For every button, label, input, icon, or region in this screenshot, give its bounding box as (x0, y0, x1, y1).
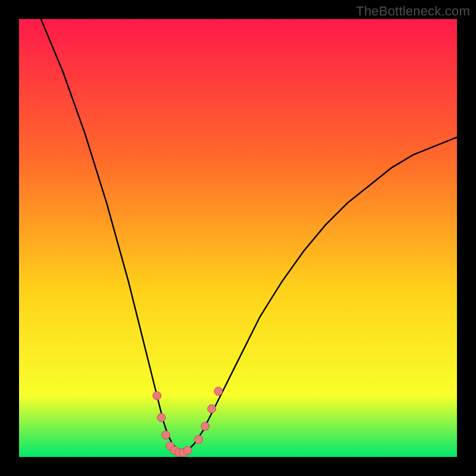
gradient-background (19, 19, 457, 457)
data-marker (157, 414, 165, 422)
data-marker (183, 446, 192, 455)
data-marker (201, 422, 209, 431)
bottleneck-chart (19, 19, 457, 457)
data-marker (214, 387, 223, 396)
data-marker (153, 392, 161, 400)
data-marker (162, 431, 170, 439)
chart-frame: TheBottleneck.com (0, 0, 476, 476)
data-marker (195, 436, 203, 444)
data-marker (208, 405, 216, 413)
watermark-text: TheBottleneck.com (356, 4, 470, 19)
plot-area (19, 19, 457, 457)
